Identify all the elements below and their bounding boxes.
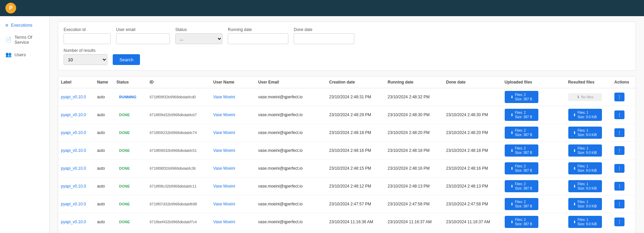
- cell-resulted-files: ⬇Files: 1Size: 9.0 KiB: [566, 160, 612, 177]
- table-row: pyapi_v0.10.0 auto DONE 6718f09232b9968d…: [58, 124, 636, 142]
- done-date-input[interactable]: [294, 33, 354, 44]
- uploaded-files-btn[interactable]: ⬇Files: 2Size: 387 B: [505, 127, 538, 139]
- label-link[interactable]: pyapi_v0.10.0: [61, 148, 86, 153]
- resulted-files-btn[interactable]: ⬇Files: 1Size: 9.0 KiB: [568, 144, 602, 157]
- cell-done-date: 23/10/2024 2:48:16 PM: [443, 160, 502, 177]
- username-link[interactable]: Vase Moeini: [213, 130, 235, 135]
- label-link[interactable]: pyapi_v0.10.0: [61, 166, 86, 171]
- action-menu-btn[interactable]: ⋮: [614, 182, 624, 191]
- cell-uploaded-files: ⬇Files: 2Size: 387 B: [502, 213, 566, 231]
- cell-id: 6718b87432b9968dbdabf6e5: [147, 231, 211, 233]
- uploaded-files-btn[interactable]: ⬇Files: 2Size: 387 B: [505, 216, 538, 228]
- cell-resulted-files: ⬇Files: 1Size: 9.0 KiB: [566, 195, 612, 213]
- username-link[interactable]: Vase Moeini: [213, 184, 235, 189]
- col-status: Status: [114, 76, 147, 88]
- table-header: Label Name Status ID User Name User Emai…: [58, 76, 636, 88]
- number-of-results-group: Number of results 10 25 50 100: [64, 48, 107, 65]
- cell-name: auto: [94, 195, 114, 213]
- cell-label[interactable]: pyapi_v0.10.0: [58, 88, 94, 106]
- status-select[interactable]: ... RUNNING DONE ERROR: [175, 33, 222, 44]
- cell-running-date: 23/10/2024 2:48:13 PM: [385, 177, 443, 195]
- status-badge: DONE: [116, 201, 133, 207]
- username-link[interactable]: Vase Moeini: [213, 148, 235, 153]
- cell-actions: ⋮: [612, 88, 636, 106]
- label-link[interactable]: pyapi_v0.10.0: [61, 112, 86, 117]
- status-badge: DONE: [116, 184, 133, 189]
- cell-creation-date: 23/10/2024 2:48:29 PM: [326, 106, 385, 124]
- label-link[interactable]: pyapi_v0.10.0: [61, 220, 86, 224]
- cell-id: 6718f08f32b9968dbdabfc36: [147, 160, 211, 177]
- username-link[interactable]: Vase Moeini: [213, 95, 235, 99]
- resulted-files-btn[interactable]: ⬇Files: 1Size: 9.0 KiB: [568, 216, 602, 228]
- col-label: Label: [58, 76, 94, 88]
- sidebar-item-terms[interactable]: 📄 Terms Of Service: [0, 31, 49, 48]
- cell-name: auto: [94, 106, 114, 124]
- cell-username[interactable]: Vase Moeini: [211, 213, 255, 231]
- cell-name: auto: [94, 88, 114, 106]
- cell-label[interactable]: pyapi_v0.10.0: [58, 213, 94, 231]
- cell-status: ERROR: [114, 231, 147, 233]
- status-badge: DONE: [116, 130, 133, 135]
- running-date-input[interactable]: [228, 33, 288, 44]
- action-menu-btn[interactable]: ⋮: [614, 146, 624, 155]
- search-button[interactable]: Search: [113, 54, 140, 65]
- table-body: pyapi_v0.10.0 auto RUNNING 6718f09f32b99…: [58, 88, 636, 233]
- action-menu-btn[interactable]: ⋮: [614, 110, 624, 119]
- user-email-input[interactable]: [116, 33, 170, 44]
- cell-resulted-files: ⬇Files: 1Size: 9.0 KiB: [566, 106, 612, 124]
- cell-label[interactable]: pyapi_v0.10.0: [58, 177, 94, 195]
- uploaded-files-btn[interactable]: ⬇Files: 2Size: 387 B: [505, 180, 538, 192]
- sidebar-item-users[interactable]: 👥 Users: [0, 48, 49, 61]
- cell-running-date: 23/10/2024 2:48:32 PM: [385, 88, 443, 106]
- number-of-results-select[interactable]: 10 25 50 100: [64, 54, 107, 65]
- uploaded-files-btn[interactable]: ⬇Files: 2Size: 387 B: [505, 109, 538, 121]
- cell-username[interactable]: Vase Moeini: [211, 177, 255, 195]
- cell-username[interactable]: Vase Moeini: [211, 124, 255, 142]
- cell-label[interactable]: jlapi_0.14.0: [58, 231, 94, 233]
- resulted-files-btn[interactable]: ⬇Files: 1Size: 9.0 KiB: [568, 127, 602, 139]
- execution-id-input[interactable]: [64, 33, 111, 44]
- uploaded-files-btn[interactable]: ⬇Files: 2Size: 387 B: [505, 198, 538, 210]
- cell-id: 6718f07d32b9968dbdabfb98: [147, 195, 211, 213]
- uploaded-files-btn[interactable]: ⬇Files: 2Size: 387 B: [505, 91, 538, 103]
- cell-label[interactable]: pyapi_v0.10.0: [58, 124, 94, 142]
- uploaded-files-btn[interactable]: ⬇Files: 2Size: 387 B: [505, 162, 538, 174]
- top-bar: P: [0, 0, 644, 16]
- cell-username[interactable]: Vase Moeini: [211, 106, 255, 124]
- username-link[interactable]: Vase Moeini: [213, 220, 235, 224]
- cell-username[interactable]: Vase Moeini: [211, 142, 255, 160]
- cell-username[interactable]: Vase Moeini: [211, 195, 255, 213]
- cell-label[interactable]: pyapi_v0.10.0: [58, 106, 94, 124]
- username-link[interactable]: Vase Moeini: [213, 166, 235, 171]
- resulted-files-btn[interactable]: ⬇Files: 1Size: 9.0 KiB: [568, 162, 602, 174]
- resulted-files-btn[interactable]: ⬇Files: 1Size: 9.0 KiB: [568, 198, 602, 210]
- action-menu-btn[interactable]: ⋮: [614, 218, 624, 226]
- cell-username[interactable]: Vase Moeini: [211, 231, 255, 233]
- username-link[interactable]: Vase Moeini: [213, 202, 235, 206]
- action-menu-btn[interactable]: ⋮: [614, 164, 624, 173]
- table-row: pyapi_v0.10.0 auto DONE 6718f07d32b9968d…: [58, 195, 636, 213]
- username-link[interactable]: Vase Moeini: [213, 112, 235, 117]
- cell-label[interactable]: pyapi_v0.10.0: [58, 142, 94, 160]
- resulted-files-btn[interactable]: ⬇Files: 1Size: 9.0 KiB: [568, 180, 602, 192]
- uploaded-files-btn[interactable]: ⬇Files: 2Size: 387 B: [505, 144, 538, 157]
- label-link[interactable]: pyapi_v0.10.0: [61, 130, 86, 135]
- sidebar-item-executions[interactable]: ≡ Executions: [0, 19, 49, 31]
- status-badge: DONE: [116, 112, 133, 118]
- action-menu-btn[interactable]: ⋮: [614, 200, 624, 208]
- col-running-date: Running date: [385, 76, 443, 88]
- cell-username[interactable]: Vase Moeini: [211, 160, 255, 177]
- cell-label[interactable]: pyapi_v0.10.0: [58, 195, 94, 213]
- action-menu-btn[interactable]: ⋮: [614, 128, 624, 137]
- cell-id: 6718bef432b9968dbdabf7c4: [147, 213, 211, 231]
- col-actions: Actions: [612, 76, 636, 88]
- cell-label[interactable]: pyapi_v0.10.0: [58, 160, 94, 177]
- cell-username[interactable]: Vase Moeini: [211, 88, 255, 106]
- cell-useremail: vase.moeini@qperfect.io: [255, 124, 326, 142]
- label-link[interactable]: pyapi_v0.10.0: [61, 95, 86, 99]
- resulted-files-btn[interactable]: ⬇Files: 1Size: 9.0 KiB: [568, 109, 602, 121]
- label-link[interactable]: pyapi_v0.10.0: [61, 202, 86, 206]
- cell-name: auto: [94, 213, 114, 231]
- action-menu-btn[interactable]: ⋮: [614, 93, 624, 101]
- label-link[interactable]: pyapi_v0.10.0: [61, 184, 86, 189]
